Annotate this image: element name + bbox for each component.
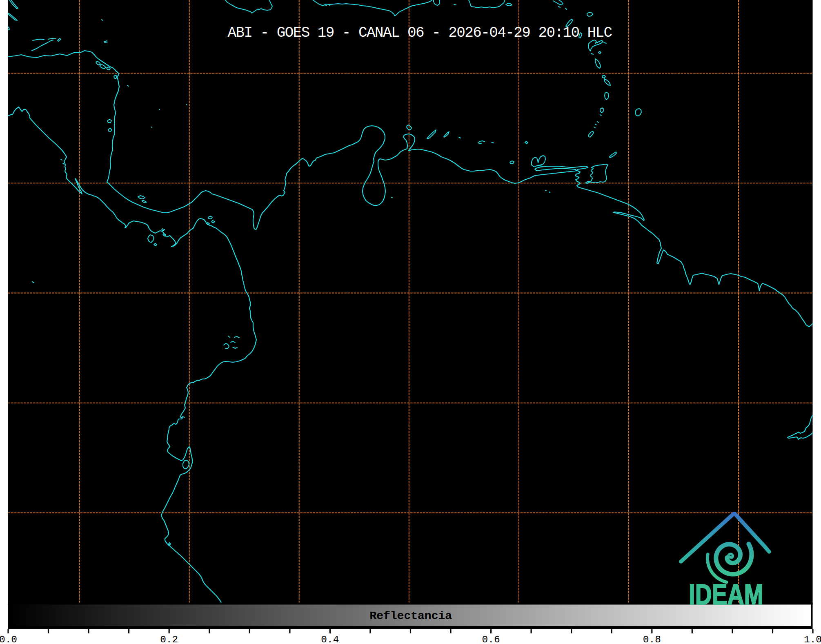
svg-text:ABI - GOES 19 - CANAL 06 - 202: ABI - GOES 19 - CANAL 06 - 2026-04-29 20… — [228, 25, 612, 41]
svg-text:1.0: 1.0 — [804, 634, 821, 644]
svg-text:IDEAM: IDEAM — [689, 578, 763, 610]
svg-text:0.6: 0.6 — [482, 634, 500, 644]
svg-text:0.4: 0.4 — [321, 634, 339, 644]
svg-text:0.8: 0.8 — [643, 634, 661, 644]
svg-text:0.2: 0.2 — [160, 634, 178, 644]
svg-text:Reflectancia: Reflectancia — [369, 609, 452, 623]
svg-text:0.0: 0.0 — [0, 634, 17, 644]
